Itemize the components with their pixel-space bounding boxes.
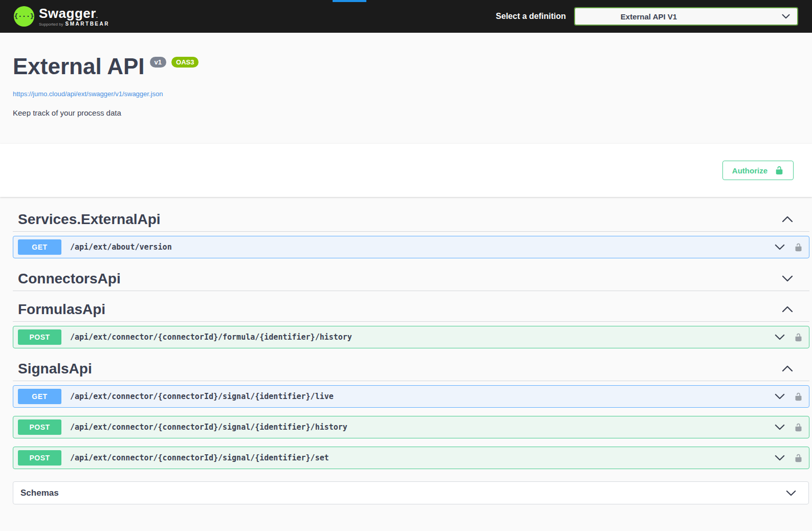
operation-row[interactable]: POST /api/ext/connector/{connectorId}/fo… <box>13 326 809 348</box>
tag-section-services-externalapi: Services.ExternalApi GET /api/ext/about/… <box>13 207 809 258</box>
schemas-title: Schemas <box>20 488 786 498</box>
tag-section-connectorsapi: ConnectorsApi <box>13 267 809 291</box>
unlocked-padlock-icon <box>775 166 784 175</box>
chevron-down-icon[interactable] <box>786 490 796 496</box>
top-accent-bar <box>333 0 366 2</box>
definition-picker: Select a definition External API V1 <box>496 7 798 26</box>
version-badge: v1 <box>150 57 166 68</box>
scheme-container: Authorize <box>0 144 812 197</box>
method-badge: GET <box>18 239 61 255</box>
swagger-wordmark-dot: . <box>96 13 98 19</box>
api-description: Keep track of your process data <box>13 108 799 117</box>
operation-row[interactable]: GET /api/ext/about/version <box>13 236 809 258</box>
spec-url-link[interactable]: https://jumo.cloud/api/ext/swagger/v1/sw… <box>13 90 163 98</box>
page-title: External API <box>13 55 145 78</box>
operation-path: /api/ext/connector/{connectorId}/signal/… <box>70 453 775 462</box>
tag-header-connectorsapi[interactable]: ConnectorsApi <box>13 267 809 291</box>
chevron-down-icon[interactable] <box>775 455 785 461</box>
unlocked-padlock-icon[interactable] <box>794 333 803 342</box>
select-definition-label: Select a definition <box>496 12 566 21</box>
info-section: External API v1 OAS3 https://jumo.cloud/… <box>0 33 812 144</box>
operation-row[interactable]: GET /api/ext/connector/{connectorId}/sig… <box>13 385 809 408</box>
tag-header-formulasapi[interactable]: FormulasApi <box>13 297 809 322</box>
tag-header-services-externalapi[interactable]: Services.ExternalApi <box>13 207 809 232</box>
method-badge: POST <box>18 419 61 435</box>
oas3-badge: OAS3 <box>171 57 199 68</box>
selected-definition-value: External API V1 <box>582 12 782 21</box>
chevron-up-icon[interactable] <box>782 365 793 372</box>
chevron-down-icon[interactable] <box>775 424 785 430</box>
unlocked-padlock-icon[interactable] <box>794 423 803 432</box>
operation-path: /api/ext/connector/{connectorId}/formula… <box>70 333 775 342</box>
unlocked-padlock-icon[interactable] <box>794 392 803 401</box>
unlocked-padlock-icon[interactable] <box>794 243 803 252</box>
authorize-button[interactable]: Authorize <box>722 161 794 180</box>
unlocked-padlock-icon[interactable] <box>794 454 803 462</box>
chevron-down-icon[interactable] <box>775 334 785 340</box>
method-badge: GET <box>18 389 61 404</box>
tag-title: Services.ExternalApi <box>13 211 782 228</box>
swagger-wordmark: Swagger <box>39 6 96 21</box>
smartbear-tagline: Supported by SMARTBEAR <box>39 21 109 27</box>
method-badge: POST <box>18 329 61 345</box>
chevron-down-icon <box>782 14 790 19</box>
tag-title: FormulasApi <box>13 301 782 318</box>
swagger-braces-icon: {···} <box>14 6 34 27</box>
chevron-up-icon[interactable] <box>782 306 793 313</box>
operation-row[interactable]: POST /api/ext/connector/{connectorId}/si… <box>13 416 809 438</box>
operation-path: /api/ext/connector/{connectorId}/signal/… <box>70 423 775 432</box>
tag-section-formulasapi: FormulasApi POST /api/ext/connector/{con… <box>13 297 809 348</box>
tag-title: SignalsApi <box>13 361 782 377</box>
definition-select[interactable]: External API V1 <box>574 7 798 26</box>
authorize-label: Authorize <box>732 166 767 175</box>
topbar: {···} Swagger. Supported by SMARTBEAR Se… <box>0 0 812 33</box>
api-title-row: External API v1 OAS3 <box>13 55 799 78</box>
chevron-up-icon[interactable] <box>782 216 793 223</box>
chevron-down-icon[interactable] <box>775 244 785 250</box>
operation-row[interactable]: POST /api/ext/connector/{connectorId}/si… <box>13 447 809 469</box>
method-badge: POST <box>18 450 61 466</box>
tag-title: ConnectorsApi <box>13 271 782 287</box>
swagger-logo[interactable]: {···} Swagger. Supported by SMARTBEAR <box>14 6 109 27</box>
operations-area: Services.ExternalApi GET /api/ext/about/… <box>0 197 812 504</box>
chevron-down-icon[interactable] <box>775 393 785 400</box>
schemas-section[interactable]: Schemas <box>13 481 809 504</box>
tag-header-signalsapi[interactable]: SignalsApi <box>13 357 809 381</box>
operation-path: /api/ext/about/version <box>70 242 775 252</box>
operation-path: /api/ext/connector/{connectorId}/signal/… <box>70 392 775 401</box>
tag-section-signalsapi: SignalsApi GET /api/ext/connector/{conne… <box>13 357 809 469</box>
smartbear-brand: SMARTBEAR <box>65 21 109 27</box>
chevron-down-icon[interactable] <box>782 275 793 282</box>
